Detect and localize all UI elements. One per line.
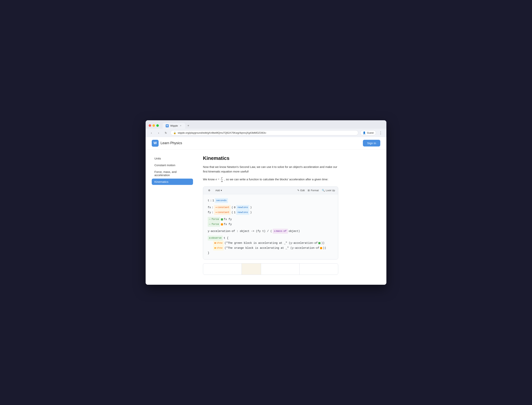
show-icon-green: ▣ [214,241,216,245]
security-icon: 🔒 [173,132,176,134]
toolbar-right: ✎ Edit ⊞ Format 🔍 Look Up [297,189,335,192]
new-tab-button[interactable]: + [185,122,192,129]
gear-icon: ⚙ [206,188,212,193]
app-logo: W Learn Physics [152,140,182,147]
fn-constant-fy: ✦ constant [214,210,231,215]
sidebar-item-kinematics[interactable]: Kinematics [152,179,193,185]
fn-mass-of: ⚖ mass-of [273,229,288,233]
editor-toolbar: ⚙ Add ▾ ✎ Edit ⊞ [203,187,338,194]
format-icon: ⊞ [308,189,310,192]
browser-window: W Wipple × + ‹ › ↻ 🔒 wipple.org/playgrou… [146,120,386,285]
keyword-show-orange: ▣ show [213,245,224,250]
minimize-button[interactable] [153,124,155,127]
code-line-fy: fy : ✦ constant ( 1 newtons ) [208,210,333,215]
sidebar-item-constant-motion[interactable]: Constant motion [152,162,193,168]
user-label: Guest [367,131,374,134]
add-button[interactable]: Add ▾ [213,188,224,193]
unit-newtons-fx: newtons [236,205,249,210]
code-editor: ⚙ Add ▾ ✎ Edit ⊞ [203,186,338,259]
sidebar-item-units[interactable]: Units [152,155,193,162]
swatch-green-show [318,242,320,244]
tab-title: Wipple [170,124,178,127]
sign-in-button[interactable]: Sign In [363,140,380,147]
intro-paragraph-2: We know a = Fm , so we can write a funct… [203,176,338,183]
swatch-orange-show [320,247,322,249]
close-button[interactable] [149,124,151,127]
code-line-t: t : 1 seconds [208,198,333,203]
forward-button[interactable]: › [156,130,161,135]
fn-constant-fx: ✦ constant [214,205,231,210]
code-line-fx: fx : ✦ constant ( 0 newtons ) [208,205,333,210]
active-tab[interactable]: W Wipple × [163,123,185,129]
tab-favicon: W [166,124,169,127]
keyword-force-orange: force [208,222,220,227]
browser-titlebar: W Wipple × + [146,120,386,129]
browser-menu-button[interactable]: ⋮ [378,130,383,135]
tab-bar: W Wipple × + [163,122,377,129]
keyword-force-green: →forceforce [208,217,220,222]
page-title: Kinematics [203,155,338,161]
unit-newtons-fy: newtons [236,210,249,215]
address-bar[interactable]: 🔒 wipple.org/playground/edit/gXv9beMQmuT… [170,130,358,135]
math-formula: a = Fm [216,178,224,181]
result-table [203,263,338,275]
intro-paragraph-1: Now that we know Newton's Second Law, we… [203,165,338,174]
traffic-lights [149,124,159,127]
percent-icon: ✦ [215,205,217,209]
show-icon-orange: ▣ [214,246,216,250]
swatch-green-force [221,218,223,221]
maximize-button[interactable] [156,124,159,127]
code-line-y-accel: y-acceleration-of : object -> (fy t) / (… [208,229,333,234]
observe-icon: ◎ [209,236,211,240]
format-button[interactable]: ⊞ Format [308,189,319,192]
scale-icon: ⚖ [274,229,276,233]
code-line-force-green: →forceforce fx fy [208,217,333,222]
user-icon: 👤 [363,131,366,134]
swatch-orange-force [221,223,223,225]
sidebar-item-force-mass-acceleration[interactable]: Force, mass, and acceleration [152,169,193,178]
main-content: Kinematics Now that we know Newton's Sec… [199,153,344,281]
logo-icon: W [152,140,159,147]
unit-seconds: seconds [215,198,228,203]
code-line-close: } [208,250,333,256]
browser-toolbar: ‹ › ↻ 🔒 wipple.org/playground/edit/gXv9b… [146,129,386,137]
code-line-observe: ◎ observe t { [208,236,333,241]
app-container: W Learn Physics Sign In Units Constant m… [146,137,386,285]
user-account-button[interactable]: 👤 Guest [360,130,376,135]
search-icon: 🔍 [322,189,325,192]
app-header: W Learn Physics Sign In [146,137,386,149]
keyword-observe: ◎ observe [208,236,223,240]
code-line-show-orange: ▣ show ("The orange block is acceleratin… [208,245,333,250]
result-col-2 [261,263,300,275]
code-line-show-green: ▣ show ("The green block is accelerating… [208,241,333,245]
toolbar-left: ⚙ Add ▾ [206,188,224,193]
edit-button[interactable]: ✎ Edit [297,189,305,192]
lookup-button[interactable]: 🔍 Look Up [322,189,335,192]
url-text: wipple.org/playground/edit/gXv9beMQmuTQ6… [178,131,266,134]
back-button[interactable]: ‹ [149,130,154,135]
result-col-mid [242,263,261,275]
result-col-1 [203,263,242,275]
result-col-3 [300,263,338,275]
tab-close-button[interactable]: × [180,124,182,127]
var-t: t [208,198,209,203]
sidebar: Units Constant motion Force, mass, and a… [146,153,199,281]
percent-icon-fy: ✦ [215,210,217,215]
chevron-down-icon: ▾ [221,189,222,192]
refresh-button[interactable]: ↻ [163,130,169,135]
content-layout: Units Constant motion Force, mass, and a… [146,149,386,285]
edit-icon: ✎ [297,189,299,192]
code-line-force-orange: force fx fy [208,222,333,227]
editor-body[interactable]: t : 1 seconds fx : ✦ constant [203,194,338,259]
keyword-show-green: ▣ show [213,241,224,245]
app-title: Learn Physics [160,141,182,145]
